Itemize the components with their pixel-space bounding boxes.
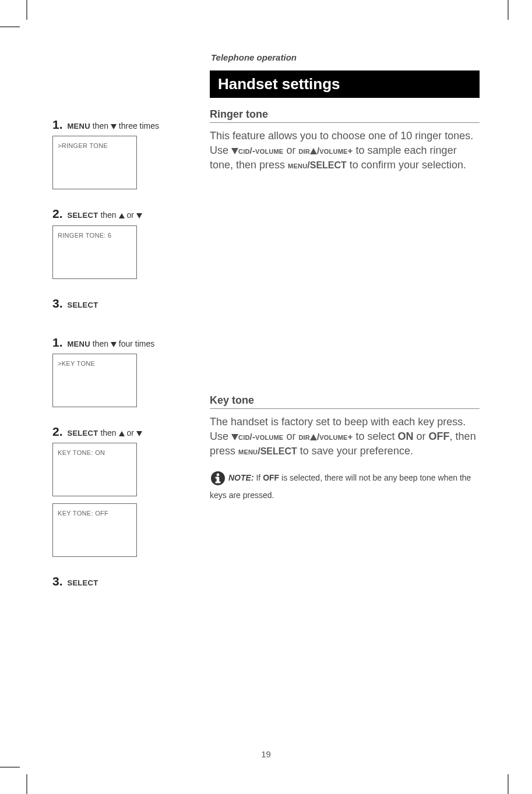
- step-action: MENU: [67, 340, 90, 348]
- step-text: or: [126, 428, 133, 437]
- step-number: 2.: [52, 425, 63, 438]
- page-title: Handset settings: [210, 70, 480, 98]
- step-action: SELECT: [67, 211, 98, 220]
- step-1-ringer: 1. MENU then three times: [52, 117, 192, 132]
- arrow-down-icon: [231, 148, 238, 154]
- crop-mark: [508, 774, 509, 794]
- text: OFF: [429, 430, 450, 442]
- key-label: /volume+: [317, 146, 353, 156]
- key-label: /SELECT: [307, 160, 347, 170]
- key-label: dir: [298, 432, 310, 442]
- step-action: SELECT: [67, 301, 98, 309]
- step-text: then: [90, 121, 111, 130]
- key-label: /volume+: [317, 432, 353, 442]
- text: to save your preference.: [297, 445, 413, 457]
- step-number: 3.: [52, 574, 63, 588]
- step-text: then: [90, 339, 111, 348]
- crop-mark: [26, 0, 27, 20]
- key-label: cid/-volume: [238, 432, 283, 442]
- step-number: 1.: [52, 118, 63, 131]
- step-text: or: [126, 210, 133, 220]
- note-label: NOTE:: [228, 473, 254, 482]
- step-3-key: 3. SELECT: [52, 573, 192, 589]
- arrow-down-icon: [231, 434, 238, 440]
- text: to select: [353, 430, 398, 442]
- crop-mark: [0, 26, 20, 27]
- screen-text: KEY TONE: OFF: [58, 510, 108, 517]
- key-label: dir: [298, 146, 310, 156]
- step-action: SELECT: [67, 429, 98, 437]
- screen-preview: >RINGER TONE: [52, 136, 137, 189]
- arrow-down-icon: [136, 431, 142, 436]
- text: or: [414, 430, 429, 442]
- step-2-ringer: 2. SELECT then or: [52, 206, 192, 221]
- key-label: /SELECT: [258, 446, 297, 456]
- note-text: OFF: [263, 473, 279, 482]
- text: to confirm your selection.: [347, 159, 466, 171]
- step-text: then: [98, 428, 119, 437]
- arrow-up-icon: [119, 431, 125, 436]
- step-number: 1.: [52, 336, 63, 349]
- step-number: 2.: [52, 207, 63, 220]
- svg-point-1: [217, 474, 220, 477]
- screen-preview: KEY TONE: ON: [52, 443, 137, 496]
- note-text: If: [254, 473, 263, 482]
- step-text: three times: [117, 121, 159, 130]
- screen-text: KEY TONE: ON: [58, 449, 105, 456]
- ringer-paragraph: This feature allows you to choose one of…: [210, 129, 480, 173]
- svg-rect-4: [216, 482, 221, 484]
- screen-preview: RINGER TONE: 6: [52, 225, 137, 279]
- step-text: four times: [117, 339, 154, 348]
- arrow-down-icon: [111, 342, 117, 347]
- screen-text: >KEY TONE: [58, 360, 95, 367]
- step-number: 3.: [52, 297, 63, 310]
- screen-preview: KEY TONE: OFF: [52, 503, 137, 557]
- svg-rect-3: [216, 477, 219, 479]
- step-action: MENU: [67, 122, 90, 130]
- text: or: [283, 430, 298, 442]
- arrow-up-icon: [310, 148, 317, 154]
- text: ON: [398, 430, 414, 442]
- screen-text: >RINGER TONE: [58, 142, 108, 149]
- key-label: cid/-volume: [238, 146, 283, 156]
- info-icon: [210, 470, 226, 490]
- arrow-up-icon: [310, 434, 317, 440]
- crop-mark: [0, 767, 20, 768]
- key-paragraph: The handset is factory set to beep with …: [210, 415, 480, 459]
- arrow-down-icon: [111, 124, 117, 129]
- arrow-down-icon: [136, 213, 142, 218]
- page-number: 19: [0, 749, 532, 759]
- section-label: Telephone operation: [210, 52, 480, 62]
- screen-preview: >KEY TONE: [52, 354, 137, 407]
- step-1-key: 1. MENU then four times: [52, 334, 192, 350]
- note: NOTE: If OFF is selected, there will not…: [210, 470, 480, 501]
- subheading-key: Key tone: [210, 394, 480, 409]
- step-2-key: 2. SELECT then or: [52, 424, 192, 439]
- crop-mark: [26, 774, 27, 794]
- step-3-ringer: 3. SELECT: [52, 295, 192, 311]
- key-label: menu: [288, 160, 307, 170]
- subheading-ringer: Ringer tone: [210, 108, 480, 123]
- step-text: then: [98, 210, 119, 220]
- text: or: [283, 144, 298, 156]
- key-label: menu: [238, 446, 258, 456]
- screen-text: RINGER TONE: 6: [58, 232, 111, 239]
- crop-mark: [508, 0, 509, 20]
- arrow-up-icon: [119, 213, 125, 218]
- step-action: SELECT: [67, 578, 98, 587]
